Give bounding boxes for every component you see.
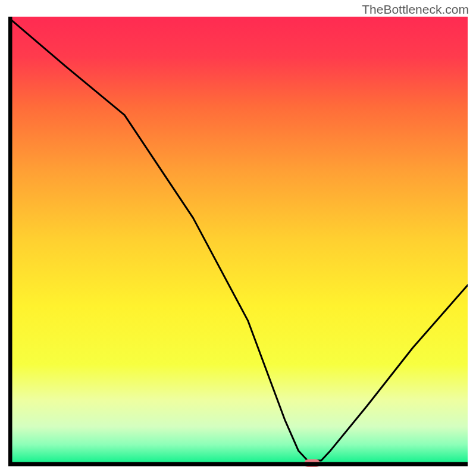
- chart-svg: [8, 17, 468, 468]
- watermark-text: TheBottleneck.com: [362, 2, 469, 17]
- chart-plot-area: [8, 17, 468, 468]
- chart-background: [12, 17, 468, 462]
